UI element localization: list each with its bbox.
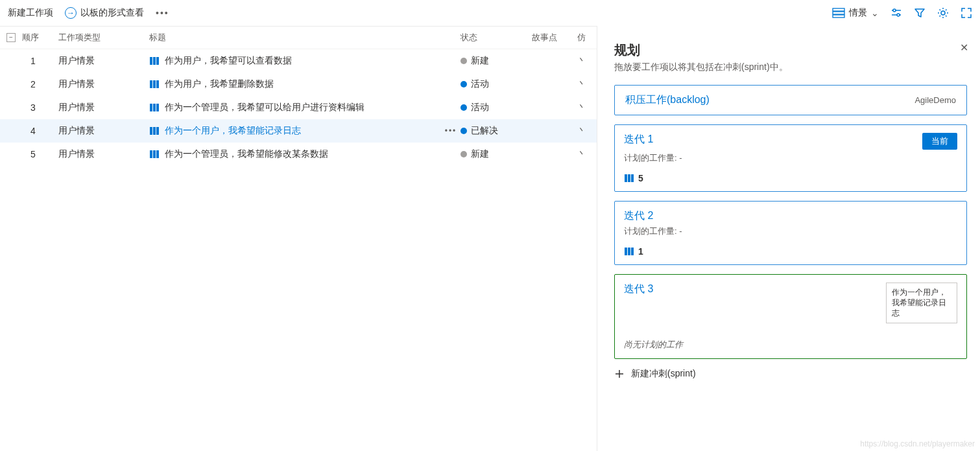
sprint-box[interactable]: 迭代 2计划的工作量: -1 [614, 201, 967, 265]
state-dot-icon [460, 81, 467, 87]
row-extra: 丶 [577, 55, 590, 67]
sprint-count: 5 [638, 173, 643, 183]
userstory-icon [149, 150, 160, 159]
sprint-box[interactable]: 迭代 3作为一个用户，我希望能记录日志尚无计划的工作 [614, 274, 967, 359]
new-workitem-button[interactable]: 新建工作项 [8, 7, 53, 19]
col-title-header[interactable]: 标题 [149, 32, 460, 43]
gear-icon[interactable] [937, 7, 949, 19]
row-state-label: 活动 [471, 78, 489, 90]
sprint-box[interactable]: 迭代 1当前计划的工作量: -5 [614, 124, 967, 192]
filter-icon[interactable] [914, 7, 926, 19]
table-row[interactable]: 3用户情景作为一个管理员，我希望可以给用户进行资料编辑活动丶 [0, 96, 597, 119]
svg-point-11 [941, 11, 945, 15]
userstory-icon [624, 247, 634, 256]
new-workitem-label: 新建工作项 [8, 7, 53, 19]
sprint-title: 迭代 2 [624, 209, 653, 223]
col-state-header[interactable]: 状态 [460, 32, 532, 43]
row-state-label: 新建 [471, 148, 489, 160]
backlog-level-label: 情景 [849, 7, 867, 19]
row-state-label: 已解决 [471, 125, 498, 137]
panel-subtitle: 拖放要工作项以将其包括在冲刺(sprint)中。 [614, 62, 967, 73]
row-order: 3 [3, 102, 58, 113]
row-type: 用户情景 [58, 55, 149, 67]
workitem-title-link[interactable]: 作为一个管理员，我希望能修改某条数据 [165, 148, 328, 160]
row-type: 用户情景 [58, 125, 149, 137]
table-row[interactable]: 1用户情景作为用户，我希望可以查看数据新建丶 [0, 49, 597, 73]
expand-icon[interactable] [961, 7, 972, 19]
userstory-icon [624, 174, 634, 183]
table-row[interactable]: 2用户情景作为用户，我希望删除数据活动丶 [0, 73, 597, 96]
sliders-icon[interactable] [890, 7, 902, 19]
workitem-title-link[interactable]: 作为一个用户，我希望能记录日志 [165, 125, 301, 137]
row-state: 活动 [460, 78, 532, 90]
close-icon[interactable]: ✕ [960, 41, 968, 54]
panel-title: 规划 [614, 41, 967, 59]
row-state: 活动 [460, 102, 532, 113]
row-extra: 丶 [577, 78, 590, 90]
row-state-label: 新建 [471, 55, 489, 67]
svg-point-9 [893, 9, 896, 12]
row-type: 用户情景 [58, 78, 149, 90]
row-state: 已解决 [460, 125, 532, 137]
backlog-title: 积压工作(backlog) [625, 93, 710, 107]
row-state-label: 活动 [471, 102, 489, 113]
svg-rect-5 [833, 12, 844, 14]
col-type-header[interactable]: 工作项类型 [58, 32, 149, 43]
col-storypoints-header[interactable]: 故事点 [532, 32, 577, 43]
col-order-header[interactable]: 顺序 [19, 32, 58, 43]
plus-icon [614, 369, 625, 379]
state-dot-icon [460, 58, 467, 64]
table-row[interactable]: 5用户情景作为一个管理员，我希望能修改某条数据新建丶 [0, 143, 597, 166]
workitem-title-link[interactable]: 作为用户，我希望可以查看数据 [165, 55, 292, 67]
backlog-level-selector[interactable]: 情景 ⌄ [832, 7, 879, 19]
row-more-icon[interactable]: ••• [441, 126, 460, 135]
userstory-icon [149, 80, 160, 89]
arrow-right-icon: → [65, 7, 77, 19]
chevron-down-icon: ⌄ [871, 8, 879, 18]
row-state: 新建 [460, 55, 532, 67]
userstory-icon [149, 103, 160, 112]
view-as-board-label: 以板的形式查看 [80, 7, 144, 19]
new-sprint-label: 新建冲刺(sprint) [631, 368, 696, 380]
sprint-subtitle: 计划的工作量: - [624, 226, 957, 237]
collapse-all-toggle[interactable]: − [6, 33, 16, 42]
row-order: 4 [3, 126, 58, 136]
state-dot-icon [460, 104, 467, 111]
grid-header: − 顺序 工作项类型 标题 状态 故事点 仿 [0, 27, 597, 49]
watermark: https://blog.csdn.net/playermaker [860, 439, 975, 448]
backlog-team: AgileDemo [914, 95, 956, 105]
new-sprint-button[interactable]: 新建冲刺(sprint) [614, 368, 967, 380]
svg-rect-4 [833, 8, 844, 11]
row-order: 1 [3, 56, 58, 66]
col-extra-header[interactable]: 仿 [577, 32, 590, 43]
sprint-title: 迭代 1 [624, 133, 653, 146]
sprint-empty-label: 尚无计划的工作 [624, 339, 957, 351]
backlog-box[interactable]: 积压工作(backlog) AgileDemo [614, 85, 967, 115]
userstory-icon [149, 56, 160, 65]
state-dot-icon [460, 151, 467, 157]
more-actions-icon[interactable]: ••• [156, 8, 169, 18]
table-row[interactable]: 4用户情景作为一个用户，我希望能记录日志•••已解决丶 [0, 119, 597, 143]
row-order: 5 [3, 149, 58, 159]
row-order: 2 [3, 79, 58, 89]
row-extra: 丶 [577, 102, 590, 113]
svg-point-10 [897, 14, 900, 16]
row-state: 新建 [460, 148, 532, 160]
workitem-title-link[interactable]: 作为用户，我希望删除数据 [165, 78, 274, 90]
row-type: 用户情景 [58, 102, 149, 113]
row-extra: 丶 [577, 125, 590, 137]
row-extra: 丶 [577, 148, 590, 160]
sprint-title: 迭代 3 [624, 283, 653, 296]
drag-card[interactable]: 作为一个用户，我希望能记录日志 [886, 283, 957, 323]
sprint-subtitle: 计划的工作量: - [624, 152, 957, 164]
row-type: 用户情景 [58, 148, 149, 160]
backlog-level-icon [832, 8, 845, 18]
sprint-count: 1 [638, 246, 643, 257]
svg-rect-6 [833, 15, 844, 17]
userstory-icon [149, 126, 160, 135]
sprint-current-badge: 当前 [922, 133, 957, 150]
state-dot-icon [460, 128, 467, 134]
workitem-title-link[interactable]: 作为一个管理员，我希望可以给用户进行资料编辑 [165, 102, 365, 113]
view-as-board-button[interactable]: → 以板的形式查看 [65, 7, 144, 19]
